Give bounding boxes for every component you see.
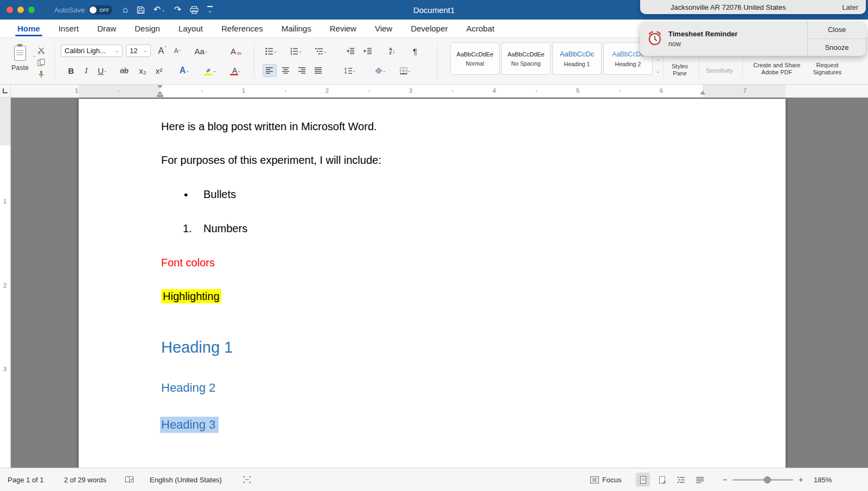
- paragraph-body[interactable]: For purposes of this experiment, I will …: [161, 154, 381, 167]
- tab-references[interactable]: References: [212, 20, 272, 37]
- line-spacing-button[interactable]: ⌄: [341, 64, 359, 77]
- paragraph-highlight[interactable]: Highlighting: [161, 290, 221, 303]
- zoom-in-button[interactable]: +: [799, 475, 803, 484]
- zoom-out-button[interactable]: −: [723, 475, 727, 484]
- tab-design[interactable]: Design: [125, 20, 169, 37]
- minimize-window-button[interactable]: [17, 7, 24, 13]
- text-boundaries-indicator[interactable]: [243, 476, 251, 483]
- shrink-font-button[interactable]: Aˇ: [170, 44, 184, 58]
- maximize-window-button[interactable]: [28, 7, 35, 13]
- font-color-button[interactable]: A ⌄: [228, 64, 245, 77]
- paragraph-numbered[interactable]: 1.Numbers: [161, 222, 247, 235]
- notification-previous[interactable]: Jacksonville AR 72076 United States Late…: [640, 0, 866, 14]
- undo-button[interactable]: ↶⌄: [154, 5, 165, 14]
- style-card-heading-1[interactable]: AaBbCcDcHeading 1: [552, 42, 602, 75]
- strikethrough-button[interactable]: ab: [117, 64, 131, 77]
- paintbrush-icon: [37, 71, 45, 78]
- customize-toolbar-button[interactable]: ⌄: [207, 6, 213, 14]
- hanging-indent-marker[interactable]: [157, 91, 163, 94]
- text-effects-button[interactable]: A⌄: [176, 64, 193, 77]
- borders-button[interactable]: ⌄: [396, 64, 414, 77]
- zoom-level-label: 185%: [814, 476, 832, 484]
- style-card-normal[interactable]: AaBbCcDdEeNormal: [450, 42, 500, 75]
- subscript-button[interactable]: x₂: [136, 64, 150, 77]
- tab-draw[interactable]: Draw: [88, 20, 125, 37]
- justify-button[interactable]: [311, 64, 326, 77]
- paragraph-fontcolor[interactable]: Font colors: [161, 257, 215, 269]
- tab-review[interactable]: Review: [321, 20, 366, 37]
- style-card-no-spacing[interactable]: AaBbCcDdEeNo Spacing: [501, 42, 551, 75]
- redo-button[interactable]: ↷: [174, 5, 181, 14]
- notification-later-button[interactable]: Later: [842, 3, 858, 11]
- document-page[interactable]: Here is a blog post written in Microsoft…: [79, 99, 786, 468]
- spellcheck-status[interactable]: [125, 476, 134, 483]
- ruler-tick: [202, 90, 202, 92]
- tab-stop-selector[interactable]: [0, 85, 11, 98]
- left-indent-marker[interactable]: [157, 95, 163, 97]
- outline-view-button[interactable]: [674, 473, 688, 487]
- notification-close-button[interactable]: Close: [808, 21, 866, 39]
- show-formatting-button[interactable]: ¶: [408, 44, 422, 58]
- autosave-toggle[interactable]: OFF: [88, 5, 112, 15]
- grow-font-button[interactable]: Aˆ: [155, 44, 169, 58]
- bold-button[interactable]: B: [65, 64, 77, 77]
- clear-formatting-button[interactable]: A: [228, 44, 244, 58]
- home-icon[interactable]: ⌂: [123, 5, 128, 14]
- print-layout-view-button[interactable]: [636, 473, 650, 487]
- cut-button[interactable]: [36, 46, 47, 55]
- paragraph-heading2[interactable]: Heading 2: [161, 381, 215, 395]
- italic-button[interactable]: I: [80, 64, 92, 77]
- tab-developer[interactable]: Developer: [401, 20, 457, 37]
- ruler-number: 5: [576, 87, 579, 94]
- tab-view[interactable]: View: [366, 20, 401, 37]
- paste-button[interactable]: ⌄ Paste: [7, 40, 34, 82]
- paragraph-body[interactable]: Here is a blog post written in Microsoft…: [161, 120, 377, 133]
- tab-acrobat[interactable]: Acrobat: [457, 20, 504, 37]
- word-count[interactable]: 2 of 29 words: [64, 476, 106, 484]
- align-right-button[interactable]: [295, 64, 309, 77]
- numbering-button[interactable]: ⌄: [288, 44, 305, 58]
- tab-mailings[interactable]: Mailings: [272, 20, 321, 37]
- sort-button[interactable]: AZ ↓: [384, 44, 400, 58]
- focus-mode-button[interactable]: Focus: [590, 476, 621, 484]
- format-painter-button[interactable]: [36, 69, 47, 79]
- highlight-color-button[interactable]: ⌄: [202, 64, 219, 77]
- list-marker: 1.: [183, 222, 192, 235]
- paragraph-bullet[interactable]: •Bullets: [161, 188, 236, 201]
- style-name: Heading 2: [615, 61, 641, 67]
- change-case-button[interactable]: Aa⌄: [192, 44, 210, 58]
- notification-timesheet[interactable]: Timesheet Reminder now Close Snooze: [640, 21, 866, 56]
- close-window-button[interactable]: [7, 7, 13, 13]
- paragraph-heading1[interactable]: Heading 1: [161, 339, 233, 356]
- increase-indent-button[interactable]: [360, 44, 374, 58]
- page-count[interactable]: Page 1 of 1: [8, 476, 44, 484]
- save-icon[interactable]: [137, 6, 145, 14]
- decrease-indent-button[interactable]: [343, 44, 357, 58]
- tab-home[interactable]: Home: [8, 20, 49, 37]
- font-name-select[interactable]: Calibri Ligh... ⌄: [61, 44, 123, 57]
- bullets-button[interactable]: ⌄: [263, 44, 280, 58]
- web-layout-view-button[interactable]: [655, 473, 669, 487]
- ruler-vertical[interactable]: 123: [0, 98, 11, 468]
- zoom-slider[interactable]: [732, 479, 793, 481]
- align-left-button[interactable]: [263, 64, 277, 77]
- zoom-level[interactable]: 185%: [814, 476, 832, 484]
- underline-button[interactable]: U⌄: [94, 64, 111, 77]
- print-icon[interactable]: [190, 6, 199, 14]
- paragraph-heading3[interactable]: Heading 3: [161, 418, 219, 432]
- tab-insert[interactable]: Insert: [49, 20, 88, 37]
- tab-layout[interactable]: Layout: [169, 20, 212, 37]
- language-selector[interactable]: English (United States): [150, 476, 222, 484]
- superscript-button[interactable]: x²: [152, 64, 166, 77]
- multilevel-list-button[interactable]: ⌄: [312, 44, 330, 58]
- shading-button[interactable]: ⌄: [371, 64, 390, 77]
- draft-view-button[interactable]: [693, 473, 707, 487]
- right-indent-marker[interactable]: [700, 91, 705, 94]
- notification-snooze-button[interactable]: Snooze: [808, 39, 866, 56]
- align-center-button[interactable]: [279, 64, 293, 77]
- ruler-horizontal[interactable]: 12345671: [11, 85, 868, 98]
- copy-button[interactable]: [36, 58, 47, 67]
- font-size-select[interactable]: 12 ⌄: [126, 44, 151, 57]
- zoom-slider-thumb[interactable]: [764, 476, 771, 483]
- first-line-indent-marker[interactable]: [157, 85, 163, 88]
